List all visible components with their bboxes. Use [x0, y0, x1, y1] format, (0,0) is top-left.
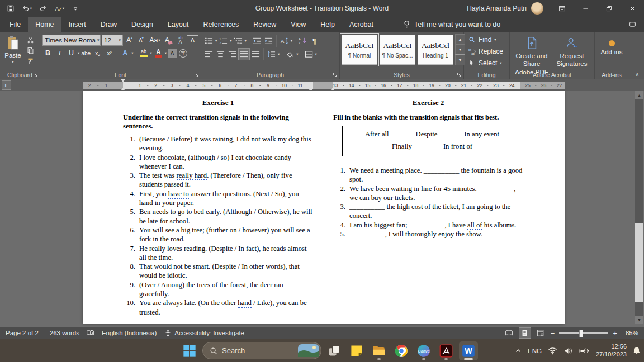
tab-file[interactable]: File: [2, 17, 28, 32]
tab-acrobat[interactable]: Acrobat: [342, 17, 381, 32]
undo-button[interactable]: ▾: [18, 3, 35, 14]
zoom-percentage[interactable]: 85%: [622, 330, 638, 336]
style-card--normal[interactable]: AaBbCcI¶ Normal: [342, 35, 377, 65]
ribbon-display-options-icon[interactable]: [550, 0, 574, 17]
font-size-select[interactable]: 12▾: [102, 35, 123, 46]
align-left-icon[interactable]: [203, 49, 214, 60]
select-button[interactable]: Select▾: [466, 57, 508, 69]
accessibility-status[interactable]: Accessibility: Investigate: [173, 330, 250, 336]
style-card-heading-1[interactable]: AaBbCclHeading 1: [418, 35, 453, 65]
style-card--no-spac-[interactable]: AaBbCcI¶ No Spac...: [380, 35, 415, 65]
font-name-select[interactable]: Times New Roma▾: [42, 35, 101, 46]
sort-icon[interactable]: AZ: [297, 35, 308, 46]
zoom-in-button[interactable]: +: [613, 329, 617, 337]
asian-layout-icon[interactable]: A: [279, 35, 290, 46]
tab-home[interactable]: Home: [28, 17, 61, 32]
taskbar-task-view-icon[interactable]: [325, 341, 344, 360]
zoom-out-button[interactable]: −: [551, 329, 555, 337]
language-indicator[interactable]: English (Indonesia): [96, 330, 162, 336]
grow-font-button[interactable]: A▴: [124, 35, 135, 46]
zoom-slider-thumb[interactable]: [579, 330, 583, 337]
taskbar-acrobat-icon[interactable]: [437, 341, 456, 360]
tab-design[interactable]: Design: [124, 17, 160, 32]
battery-icon[interactable]: [579, 347, 590, 355]
numbering-icon[interactable]: 12: [218, 35, 229, 46]
scroll-up-icon[interactable]: ▲: [635, 91, 643, 99]
show-hide-pilcrow-button[interactable]: ¶: [309, 35, 320, 46]
taskbar-word-icon[interactable]: W: [459, 341, 478, 360]
justify-icon[interactable]: [239, 49, 249, 60]
clear-formatting-button[interactable]: A: [163, 35, 174, 46]
copy-icon[interactable]: [25, 46, 35, 55]
first-line-indent-marker[interactable]: [121, 79, 125, 82]
tell-me-box[interactable]: Tell me what you want to do: [403, 17, 500, 32]
proofing-errors-icon[interactable]: [85, 328, 96, 338]
paragraph-dialog-launcher-icon[interactable]: [333, 72, 338, 78]
italic-button[interactable]: I: [54, 47, 65, 59]
tab-draw[interactable]: Draw: [93, 17, 124, 32]
save-icon[interactable]: [4, 3, 17, 14]
volume-icon[interactable]: [564, 347, 573, 355]
clipboard-dialog-launcher-icon[interactable]: [33, 72, 39, 78]
shrink-font-button[interactable]: A▾: [136, 35, 146, 46]
enclose-characters-button[interactable]: 字: [178, 47, 188, 59]
scrollbar-track[interactable]: [635, 99, 643, 316]
shading-icon[interactable]: [285, 49, 295, 60]
scrollbar-thumb[interactable]: [635, 223, 643, 302]
search-box[interactable]: Search: [202, 342, 321, 359]
font-dialog-launcher-icon[interactable]: [194, 72, 200, 78]
tab-help[interactable]: Help: [313, 17, 342, 32]
taskbar-sticky-notes-icon[interactable]: [347, 341, 366, 360]
read-mode-button[interactable]: [504, 328, 515, 338]
restore-button[interactable]: [597, 0, 621, 17]
change-case-button[interactable]: Aa▾: [148, 35, 162, 46]
collapse-ribbon-icon[interactable]: ∧: [635, 72, 639, 77]
close-button[interactable]: [621, 0, 644, 17]
align-right-icon[interactable]: [227, 49, 238, 60]
start-button[interactable]: [180, 341, 199, 360]
taskbar-canva-icon[interactable]: Canva: [414, 341, 433, 360]
multilevel-list-icon[interactable]: [233, 35, 244, 46]
notifications-icon[interactable]: [633, 346, 641, 355]
tab-review[interactable]: Review: [246, 17, 283, 32]
create-share-pdf-button[interactable]: Create and ShareAdobe PDF: [512, 34, 552, 70]
text-effects-button[interactable]: A: [120, 47, 130, 59]
word-count[interactable]: 263 words: [44, 330, 85, 336]
taskbar-file-explorer-icon[interactable]: [370, 341, 389, 360]
print-layout-button[interactable]: [519, 328, 531, 338]
bold-button[interactable]: B: [42, 47, 53, 59]
replace-button[interactable]: abacReplace: [466, 45, 508, 57]
font-color-button[interactable]: A: [153, 47, 164, 59]
request-signatures-button[interactable]: x RequestSignatures: [552, 34, 592, 70]
tab-references[interactable]: References: [196, 17, 246, 32]
language-switcher[interactable]: ENG: [528, 347, 542, 354]
wifi-icon[interactable]: [548, 347, 557, 355]
minimize-button[interactable]: [574, 0, 597, 17]
taskbar-chrome-icon[interactable]: [392, 341, 411, 360]
character-shading-button[interactable]: A: [168, 49, 177, 58]
hanging-indent-marker[interactable]: [121, 88, 125, 90]
style-pen-button[interactable]: A▾: [51, 3, 68, 14]
zoom-slider[interactable]: [559, 332, 608, 334]
superscript-button[interactable]: x²: [104, 47, 115, 59]
redo-icon[interactable]: [37, 3, 49, 14]
phonetic-guide-button[interactable]: abA: [175, 35, 186, 46]
scroll-down-icon[interactable]: ▼: [635, 316, 643, 324]
highlight-color-button[interactable]: ab: [139, 47, 149, 59]
cut-icon[interactable]: [25, 35, 35, 45]
format-painter-icon[interactable]: [25, 56, 35, 66]
distributed-icon[interactable]: [250, 49, 261, 60]
web-layout-button[interactable]: [535, 328, 546, 338]
align-center-icon[interactable]: [215, 49, 226, 60]
column2-indent-marker[interactable]: [330, 88, 335, 90]
subscript-button[interactable]: x₂: [92, 47, 103, 59]
account-name[interactable]: Hayfa Amanda Putri: [467, 4, 527, 12]
document-page[interactable]: Exercise 1 Underline the correct transit…: [83, 91, 565, 324]
increase-indent-icon[interactable]: [263, 35, 274, 46]
tab-view[interactable]: View: [283, 17, 313, 32]
tab-layout[interactable]: Layout: [160, 17, 196, 32]
styles-dialog-launcher-icon[interactable]: [457, 72, 462, 78]
tab-insert[interactable]: Insert: [61, 17, 93, 32]
paste-button[interactable]: Paste ▾: [2, 34, 24, 66]
page-indicator[interactable]: Page 2 of 2: [0, 330, 44, 336]
